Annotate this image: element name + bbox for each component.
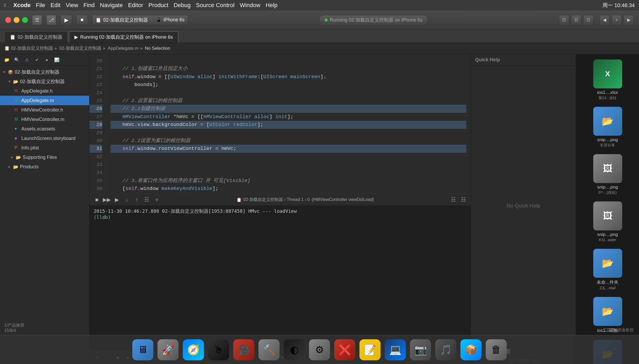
- tab-icon-0: 📋: [10, 34, 16, 40]
- dock-notes[interactable]: 📝: [359, 339, 381, 360]
- breadcrumb-3[interactable]: No Selection: [145, 46, 170, 51]
- desktop-item-2[interactable]: 🖼 snip....png07-...(优化): [593, 154, 622, 195]
- file-item-project[interactable]: ▼ 📦 02-加载自定义控制器: [0, 67, 89, 77]
- dock-redx[interactable]: ❌: [334, 339, 355, 360]
- disclosure-icon-3: ►: [11, 155, 14, 159]
- menu-help[interactable]: Help: [266, 2, 277, 9]
- menu-bar:  Xcode File Edit View Find Navigate Edi…: [0, 0, 639, 11]
- dock-launchpad[interactable]: 🚀: [158, 339, 179, 360]
- code-line-27: HMViewController *hmVc = [[HMViewControl…: [110, 113, 466, 121]
- tab-0[interactable]: 📋 02-加载自定义控制器: [4, 31, 68, 42]
- desktop-item-4[interactable]: 📂 未命...件夹ZJL...etail: [593, 249, 622, 291]
- version-editor-btn[interactable]: ☷: [583, 15, 593, 25]
- desktop-item-3[interactable]: 🖼 snip....pngKSI...aster: [593, 201, 622, 242]
- dock-photos[interactable]: 📷: [410, 339, 431, 360]
- dock: 🖥 🚀 🧭 🖱 🎥 🔨 ◐ ⚙ ❌ 📝 💻 📷 🎵 📦 🗑: [0, 335, 639, 364]
- maximize-button[interactable]: [22, 17, 28, 23]
- menu-source-control[interactable]: Source Control: [196, 2, 235, 9]
- left-panel-btn[interactable]: ◀: [600, 15, 610, 25]
- dock-music[interactable]: 🎵: [435, 339, 456, 360]
- bottom-panel-btn[interactable]: ▿: [612, 15, 622, 25]
- dock-finder[interactable]: 🖥: [132, 339, 153, 360]
- breadcrumb-0[interactable]: 02-加载自定义控制器: [11, 45, 53, 51]
- debug-stepinto-btn[interactable]: ↓: [123, 196, 130, 203]
- file-item-launchscreen[interactable]: ■ LaunchScreen.storyboard: [0, 134, 89, 143]
- code-comment-30: // 2.2设置为窗口的根控制器: [110, 137, 190, 145]
- dock-safari[interactable]: 🧭: [183, 339, 204, 360]
- menu-debug[interactable]: Debug: [174, 2, 191, 9]
- debug-hide-btn[interactable]: ■: [93, 196, 100, 203]
- debug-split-btn[interactable]: ☷: [450, 196, 457, 203]
- tab-1[interactable]: ▶ Running 02-加载自定义控制器 on iPhone 6s: [69, 31, 178, 42]
- menu-product[interactable]: Product: [148, 2, 168, 9]
- sidebar-toggle-button[interactable]: ☰: [32, 15, 42, 25]
- desktop-item-0[interactable]: X ios1....xlsx第13...业往: [593, 59, 622, 100]
- file-item-supporting[interactable]: ► 📂 Supporting Files: [0, 153, 89, 162]
- stop-button[interactable]: ■: [76, 15, 88, 25]
- dock-system-prefs[interactable]: ⚙: [309, 339, 330, 360]
- menu-edit[interactable]: Edit: [50, 2, 60, 9]
- code-line-20: [110, 57, 466, 65]
- dock-xcode[interactable]: 💻: [385, 339, 406, 360]
- file-item-subfolder[interactable]: ▼ 📂 02-加载自定义控制器: [0, 77, 89, 86]
- breadcrumb-sep-0: ►: [54, 46, 58, 51]
- file-item-hmvc-m[interactable]: M HMViewController.m: [0, 115, 89, 124]
- menu-navigate[interactable]: Navigate: [100, 2, 123, 9]
- file-item-appdelegate-m[interactable]: M AppDelegate.m: [0, 96, 89, 105]
- debug-stepout-btn[interactable]: ↑: [133, 196, 140, 203]
- breadcrumb-1[interactable]: 02-加载自定义控制器: [59, 45, 102, 51]
- menu-file[interactable]: File: [36, 2, 45, 9]
- file-item-appdelegate-h[interactable]: H AppDelegate.h: [0, 86, 89, 96]
- menu-window[interactable]: Window: [240, 2, 260, 9]
- code-plain-36: [self.window makeKeyAndVisible];: [110, 185, 219, 193]
- file-item-products[interactable]: ► 📂 Products: [0, 162, 89, 171]
- code-line-21: // 1.创建窗口并且指定大小: [110, 65, 466, 73]
- source-control-button[interactable]: ⎇: [46, 15, 56, 25]
- debug-expand-btn[interactable]: ☷: [460, 196, 467, 203]
- code-line-33: [110, 161, 466, 169]
- code-comment-35: // 3.将窗口作为应用程序的主窗口 并 可见[Visible]: [110, 177, 250, 185]
- menu-editor[interactable]: Editor: [128, 2, 143, 9]
- code-content[interactable]: // 1.创建窗口并且指定大小 self.window = [[UIWindow…: [106, 54, 471, 194]
- file-item-assets[interactable]: ♥ Assets.xcassets: [0, 124, 89, 134]
- menu-xcode[interactable]: Xcode: [13, 2, 31, 9]
- sidebar-folder-btn[interactable]: 📁: [3, 56, 11, 64]
- sidebar-report-btn[interactable]: 📊: [53, 56, 61, 64]
- assistant-editor-btn[interactable]: ☷: [571, 15, 581, 25]
- sidebar-toolbar: 📁 🔍 ⚠ ✔ ● 📊: [0, 54, 89, 66]
- dock-tools[interactable]: 🔨: [258, 339, 280, 360]
- dock-appstore[interactable]: 📦: [460, 339, 481, 360]
- desktop-item-1[interactable]: 📂 snip....png车厉分享: [593, 107, 622, 148]
- desktop-label-2: snip....png07-...(优化): [597, 185, 618, 195]
- code-editor[interactable]: 20 21 22 23 24 25 26 27 28 29 30 31 32 3…: [89, 54, 471, 194]
- dock-terminal[interactable]: ◐: [284, 339, 305, 360]
- sidebar-test-btn[interactable]: ✔: [33, 56, 41, 64]
- file-item-plist[interactable]: P Info.plist: [0, 143, 89, 153]
- dock-quicktime[interactable]: 🎥: [233, 339, 254, 360]
- menu-view[interactable]: View: [66, 2, 78, 9]
- debug-stepover-btn[interactable]: ▶: [113, 196, 120, 203]
- code-line-29: [110, 129, 466, 137]
- debug-gps-btn[interactable]: ▿: [153, 196, 160, 203]
- sidebar-debug-btn[interactable]: ●: [43, 56, 51, 64]
- debug-content[interactable]: 2015-11-30 10:46:27.880 02-加载自定义控制器[1953…: [89, 205, 471, 350]
- debug-viewhierarchy-btn[interactable]: ☷: [143, 196, 150, 203]
- scheme-selector[interactable]: 📋 02-加载自定义控制器 | 📱 iPhone 6s: [92, 15, 188, 25]
- disclosure-icon-4: ►: [8, 165, 12, 169]
- file-supporting: Supporting Files: [23, 155, 57, 160]
- file-products: Products: [20, 164, 39, 170]
- file-item-hmvc-h[interactable]: H HMViewController.h: [0, 105, 89, 115]
- minimize-button[interactable]: [14, 17, 19, 23]
- right-panel-btn[interactable]: ▶: [624, 15, 634, 25]
- sidebar-issue-btn[interactable]: ⚠: [23, 56, 31, 64]
- run-button[interactable]: ▶: [60, 15, 72, 25]
- sidebar-search-btn[interactable]: 🔍: [13, 56, 21, 64]
- close-button[interactable]: [5, 17, 11, 23]
- dock-trash[interactable]: 🗑: [486, 339, 507, 360]
- breadcrumb-2[interactable]: AppDelegate.m: [108, 46, 139, 51]
- dock-cursor[interactable]: 🖱: [208, 339, 229, 360]
- debug-step-btn[interactable]: ▶▶: [103, 196, 110, 203]
- standard-editor-btn[interactable]: ☷: [559, 15, 569, 25]
- menu-find[interactable]: Find: [83, 2, 95, 9]
- debug-toolbar: ■ ▶▶ ▶ ↓ ↑ ☷ ▿ 📋 02-加载自定义控制器 › Thread 1 …: [89, 194, 471, 205]
